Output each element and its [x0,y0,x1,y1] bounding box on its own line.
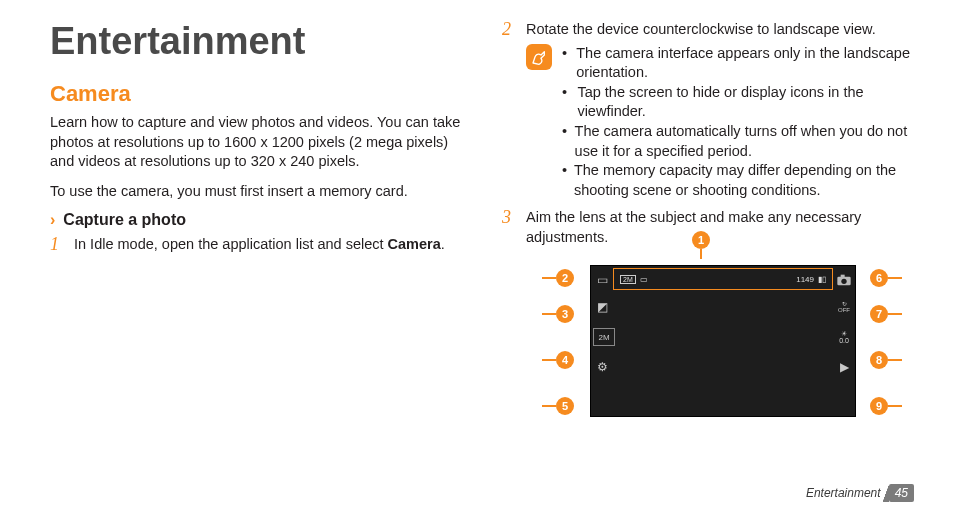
step-3-text: Aim the lens at the subject and make any… [526,208,914,247]
callout-6: 6 [870,269,888,287]
left-column: Entertainment Camera Learn how to captur… [50,20,462,508]
callout-9: 9 [870,397,888,415]
note-text: The camera automatically turns off when … [575,122,914,161]
camera-viewfinder-diagram: 2M ▭ 1149 ▮▯ ▭ ◩ 2M ⚙ [542,255,902,425]
exposure-value: 0.0 [839,337,849,344]
step-number-2: 2 [502,20,516,40]
timer-icon: ↻OFF [833,292,855,322]
note-item: •Tap the screen to hide or display icons… [562,83,914,122]
step-1-suffix: . [441,236,445,252]
step-number-3: 3 [502,208,516,228]
note-text: The camera interface appears only in the… [576,44,914,83]
status-bar-right: 1149 ▮▯ [796,275,826,284]
note-item: •The camera interface appears only in th… [562,44,914,83]
shots-remaining: 1149 [796,275,814,284]
settings-gear-icon: ⚙ [591,352,613,382]
step-1-text: In Idle mode, open the application list … [74,235,462,255]
camera-status-bar: 2M ▭ 1149 ▮▯ [613,268,833,290]
note-item: •The memory capacity may differ dependin… [562,161,914,200]
callout-3: 3 [556,305,574,323]
resolution-indicator-icon: 2M [620,275,636,284]
callout-5: 5 [556,397,574,415]
status-bar-left: 2M ▭ [620,275,648,284]
note-item: •The camera automatically turns off when… [562,122,914,161]
right-icon-strip: ↻OFF ☀0.0 ▶ [833,268,855,382]
footer-page-number: 45 [889,484,914,502]
section-heading-camera: Camera [50,81,462,107]
step-1-bold: Camera [388,236,441,252]
step-1: 1 In Idle mode, open the application lis… [50,235,462,255]
note-icon [526,44,552,70]
camera-screen: 2M ▭ 1149 ▮▯ ▭ ◩ 2M ⚙ [590,265,856,417]
callout-8: 8 [870,351,888,369]
callout-4: 4 [556,351,574,369]
note-box: •The camera interface appears only in th… [526,44,914,201]
shutter-camera-icon [833,268,855,292]
note-text: Tap the screen to hide or display icons … [577,83,914,122]
left-icon-strip: ▭ ◩ 2M ⚙ [591,268,613,382]
chevron-right-icon: › [50,211,55,229]
page-footer: Entertainment 45 [806,484,914,502]
gallery-play-icon: ▶ [833,352,855,382]
note-text: The memory capacity may differ depending… [574,161,914,200]
chapter-title: Entertainment [50,20,462,63]
battery-icon: ▮▯ [818,275,826,284]
subheading-label: Capture a photo [63,211,186,229]
svg-rect-2 [841,275,845,278]
timer-off-label: OFF [838,307,850,313]
resolution-icon: 2M [593,328,615,346]
storage-icon: ▭ [640,275,648,284]
step-number-1: 1 [50,235,64,255]
flash-mode-icon: ◩ [591,292,613,322]
exposure-icon: ☀0.0 [833,322,855,352]
svg-point-1 [841,279,846,284]
intro-paragraph-1: Learn how to capture and view photos and… [50,113,462,172]
footer-section-name: Entertainment [806,486,881,500]
step-2-text: Rotate the device counterclockwise to la… [526,20,914,40]
mode-switch-icon: ▭ [591,268,613,292]
intro-paragraph-2: To use the camera, you must first insert… [50,182,462,202]
subheading-capture-photo: › Capture a photo [50,211,462,229]
step-1-prefix: In Idle mode, open the application list … [74,236,388,252]
note-list: •The camera interface appears only in th… [562,44,914,201]
step-2: 2 Rotate the device counterclockwise to … [502,20,914,40]
callout-7: 7 [870,305,888,323]
callout-2: 2 [556,269,574,287]
right-column: 2 Rotate the device counterclockwise to … [502,20,914,508]
manual-page: Entertainment Camera Learn how to captur… [0,0,954,518]
